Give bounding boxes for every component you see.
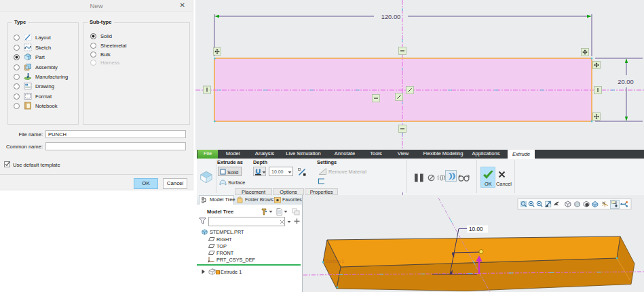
svg-text:Section 1: Section 1 <box>325 259 345 264</box>
svg-text:20.00: 20.00 <box>618 79 633 85</box>
svg-text:120.00: 120.00 <box>381 14 400 20</box>
svg-text:10.00: 10.00 <box>469 226 483 232</box>
